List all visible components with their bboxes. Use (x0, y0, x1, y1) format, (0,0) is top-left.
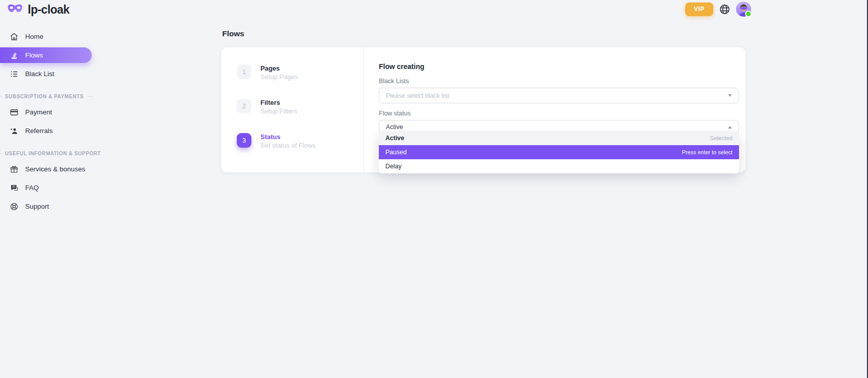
vip-button[interactable]: VIP (685, 3, 713, 16)
step-number-badge: 2 (237, 99, 251, 113)
sidebar-item-label: Flows (25, 51, 43, 59)
step-subtitle: Set status of Flows (260, 142, 316, 150)
chat-question-icon: ?! (10, 183, 19, 193)
option-hint: Selected (710, 135, 732, 141)
step-number-badge: 1 (237, 65, 251, 79)
flow-status-value: Active (386, 123, 403, 131)
sidebar-item-label: Black List (25, 70, 54, 78)
flow-status-dropdown: Active Selected Paused Press enter to se… (379, 131, 739, 173)
wizard-step-filters[interactable]: 2 Filters Setup Filters (237, 99, 363, 115)
sidebar-item-label: Payment (25, 108, 52, 116)
step-subtitle: Setup Pages (260, 73, 298, 81)
sidebar: Home Flows Black List SUBSCRIPTION & PAY… (0, 27, 101, 216)
online-status-dot (745, 11, 752, 17)
user-avatar[interactable] (736, 2, 751, 17)
credit-card-icon (10, 108, 19, 117)
wizard-steps: 1 Pages Setup Pages 2 Filters Setup Filt… (221, 47, 364, 172)
sidebar-item-faq[interactable]: ?! FAQ (0, 178, 101, 197)
chevron-up-icon (728, 126, 732, 129)
gift-icon (10, 165, 19, 174)
sidebar-item-support[interactable]: Support (0, 197, 101, 216)
step-title: Filters (260, 99, 297, 107)
step-title: Pages (260, 65, 298, 73)
list-icon (10, 70, 19, 79)
sidebar-item-flows[interactable]: Flows (0, 47, 92, 63)
app-root: lp-cloak VIP (0, 0, 868, 378)
svg-text:?!: ?! (12, 185, 15, 188)
flow-wizard-card: 1 Pages Setup Pages 2 Filters Setup Filt… (221, 47, 746, 172)
form-title: Flow creating (379, 62, 739, 71)
sidebar-item-label: Support (25, 203, 49, 210)
sidebar-section-title: USEFUL INFORMATION & SUPPORT (0, 151, 93, 156)
dropdown-option-active[interactable]: Active Selected (379, 131, 739, 145)
dropdown-option-paused[interactable]: Paused Press enter to select (379, 145, 739, 159)
flows-stack-icon (10, 51, 19, 60)
step-subtitle: Setup Filters (260, 107, 297, 115)
option-label: Active (385, 135, 405, 142)
option-hint: Press enter to select (682, 149, 732, 155)
flow-creating-form: Flow creating Black Lists Please select … (379, 47, 739, 134)
sidebar-item-services[interactable]: Services & bonuses (0, 160, 101, 178)
black-lists-placeholder: Please select black list (386, 92, 449, 99)
person-star-icon (10, 127, 19, 136)
step-number-badge: 3 (237, 133, 251, 148)
black-lists-select[interactable]: Please select black list (379, 88, 739, 103)
option-label: Delay (385, 163, 402, 170)
wizard-step-pages[interactable]: 1 Pages Setup Pages (237, 65, 363, 81)
globe-icon[interactable] (719, 4, 730, 15)
topbar-right: VIP (685, 1, 751, 17)
wizard-step-status[interactable]: 3 Status Set status of Flows (237, 133, 363, 150)
option-label: Paused (385, 149, 407, 156)
app-logo[interactable]: lp-cloak (7, 3, 70, 17)
sidebar-item-label: Referrals (25, 127, 53, 135)
flow-status-label: Flow status (379, 110, 739, 117)
lifebuoy-icon (10, 202, 19, 211)
sidebar-item-label: Home (25, 33, 43, 40)
black-lists-label: Black Lists (379, 78, 739, 85)
app-name: lp-cloak (28, 3, 70, 17)
sidebar-item-label: Services & bonuses (25, 165, 85, 173)
sidebar-item-label: FAQ (25, 184, 39, 192)
step-title: Status (260, 133, 316, 141)
sidebar-item-black-list[interactable]: Black List (0, 65, 101, 83)
sidebar-item-payment[interactable]: Payment (0, 103, 101, 121)
sidebar-item-referrals[interactable]: Referrals (0, 121, 101, 140)
dropdown-option-delay[interactable]: Delay (379, 159, 739, 173)
sidebar-item-home[interactable]: Home (0, 27, 101, 46)
chevron-down-icon (728, 94, 732, 97)
sidebar-section-title: SUBSCRIPTION & PAYMENTS (0, 94, 93, 99)
page-title: Flows (222, 29, 244, 38)
home-icon (10, 32, 19, 41)
mask-icon (7, 3, 24, 17)
